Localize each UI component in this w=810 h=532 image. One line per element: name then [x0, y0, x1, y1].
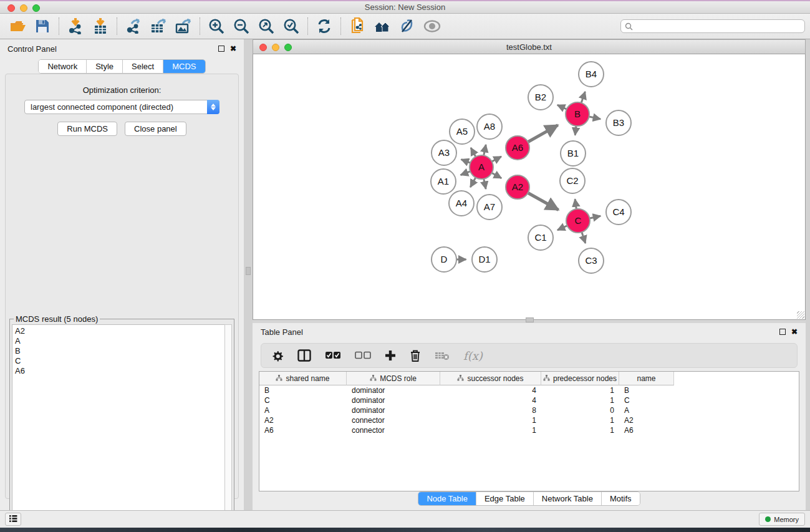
node-label: A8 — [484, 121, 495, 132]
home-button[interactable] — [370, 16, 395, 37]
node-A5[interactable]: A5 — [450, 119, 475, 144]
node-B2[interactable]: B2 — [528, 85, 553, 110]
mcds-result-item[interactable]: A6 — [15, 366, 223, 376]
mcds-result-item[interactable]: B — [15, 346, 223, 356]
float-panel-icon[interactable] — [779, 329, 786, 335]
save-session-button[interactable] — [30, 16, 55, 37]
tab-network-table[interactable]: Network Table — [534, 492, 602, 505]
tab-edge-table[interactable]: Edge Table — [476, 492, 534, 505]
column-header-MCDS-role[interactable]: MCDS role — [347, 372, 440, 385]
node-D[interactable]: D — [432, 247, 456, 272]
minimize-window-button[interactable] — [20, 4, 27, 12]
tab-network[interactable]: Network — [39, 60, 87, 73]
unselect-all-icon[interactable] — [355, 351, 371, 360]
table-row[interactable]: Bdominator41B — [259, 385, 799, 395]
table-cell: 4 — [440, 396, 541, 405]
control-panel-title: Control Panel — [7, 44, 57, 54]
zoom-fit-button[interactable] — [254, 16, 279, 37]
table-row[interactable]: A6connector11A6 — [259, 425, 799, 435]
node-C[interactable]: C — [566, 209, 590, 233]
mcds-result-item[interactable]: A2 — [15, 326, 223, 336]
tab-node-table[interactable]: Node Table — [418, 492, 476, 505]
close-panel-icon[interactable]: ✖ — [230, 46, 236, 52]
trash-icon[interactable] — [410, 349, 421, 362]
criterion-dropdown[interactable]: largest connected component (directed) — [24, 100, 219, 114]
node-B4[interactable]: B4 — [579, 62, 604, 87]
open-session-button[interactable] — [5, 16, 30, 37]
mcds-result-item[interactable]: C — [15, 356, 223, 366]
delete-table-icon[interactable] — [435, 351, 450, 360]
float-panel-icon[interactable] — [218, 46, 224, 52]
import-table-button[interactable] — [88, 16, 113, 37]
zoom-in-button[interactable] — [204, 16, 229, 37]
network-canvas[interactable]: B4B2BB3A5A8A6A3B1AC2A1A2A4A7CC4C1C3DD1 — [253, 54, 806, 320]
export-image-button[interactable] — [171, 16, 196, 37]
table-row[interactable]: Adominator80A — [259, 405, 799, 415]
close-panel-button[interactable]: Close panel — [125, 122, 186, 136]
close-window-button[interactable] — [7, 4, 15, 12]
node-D1[interactable]: D1 — [472, 247, 497, 272]
node-A1[interactable]: A1 — [431, 169, 456, 194]
maximize-window-button[interactable] — [32, 4, 40, 12]
close-window-button[interactable] — [259, 44, 267, 51]
node-B3[interactable]: B3 — [606, 110, 631, 135]
zoom-selected-icon — [283, 18, 299, 34]
node-B1[interactable]: B1 — [561, 141, 586, 166]
node-A3[interactable]: A3 — [432, 140, 456, 165]
search-input[interactable] — [635, 22, 801, 31]
tab-motifs[interactable]: Motifs — [602, 492, 640, 505]
run-mcds-button[interactable]: Run MCDS — [57, 122, 117, 136]
mcds-result-item[interactable]: A — [15, 336, 223, 346]
hide-labels-button[interactable] — [395, 16, 420, 37]
column-icon[interactable] — [297, 349, 311, 362]
export-network-button[interactable] — [121, 16, 146, 37]
close-panel-icon[interactable]: ✖ — [791, 329, 798, 335]
table-row[interactable]: A2connector11A2 — [259, 415, 799, 425]
search-field[interactable] — [620, 19, 805, 33]
node-A8[interactable]: A8 — [477, 114, 502, 139]
node-A[interactable]: A — [470, 155, 493, 179]
export-table-button[interactable] — [146, 16, 171, 37]
node-table[interactable]: shared nameMCDS rolesuccessor nodesprede… — [259, 371, 799, 491]
column-header-predecessor-nodes[interactable]: predecessor nodes — [541, 372, 619, 385]
splitter-handle[interactable] — [526, 317, 534, 322]
task-history-button[interactable] — [5, 513, 21, 526]
memory-button[interactable]: Memory — [759, 513, 805, 526]
node-C4[interactable]: C4 — [606, 200, 631, 225]
node-A2[interactable]: A2 — [506, 175, 529, 199]
table-cell: 8 — [440, 406, 541, 415]
node-C1[interactable]: C1 — [528, 225, 553, 250]
tab-mcds[interactable]: MCDS — [163, 60, 205, 73]
clone-network-button[interactable] — [345, 16, 370, 37]
import-network-button[interactable] — [63, 16, 88, 37]
node-A6[interactable]: A6 — [506, 136, 529, 160]
node-B[interactable]: B — [566, 102, 589, 126]
add-icon[interactable] — [385, 350, 396, 361]
tab-style[interactable]: Style — [87, 60, 123, 73]
select-all-icon[interactable] — [325, 351, 341, 360]
refresh-button[interactable] — [312, 16, 337, 37]
function-builder-button[interactable]: f(x) — [463, 349, 483, 362]
node-A4[interactable]: A4 — [449, 191, 474, 216]
resize-handle[interactable] — [797, 311, 804, 319]
zoom-selected-button[interactable] — [279, 16, 304, 37]
gear-icon[interactable] — [271, 349, 284, 362]
node-A7[interactable]: A7 — [477, 195, 502, 220]
node-C2[interactable]: C2 — [560, 168, 585, 193]
maximize-window-button[interactable] — [284, 44, 292, 51]
column-header-successor-nodes[interactable]: successor nodes — [440, 372, 541, 385]
zoom-out-button[interactable] — [229, 16, 254, 37]
column-header-shared-name[interactable]: shared name — [259, 372, 347, 385]
tab-select[interactable]: Select — [123, 60, 163, 73]
network-window-titlebar[interactable]: testGlobe.txt — [253, 39, 806, 54]
network-graph[interactable]: B4B2BB3A5A8A6A3B1AC2A1A2A4A7CC4C1C3DD1 — [253, 54, 805, 319]
column-header-name[interactable]: name — [619, 372, 674, 385]
minimize-window-button[interactable] — [272, 44, 279, 51]
eye-button[interactable] — [420, 16, 445, 37]
mcds-result-scrollbar[interactable] — [224, 324, 232, 530]
splitter-handle[interactable] — [246, 267, 251, 275]
eye-icon — [423, 20, 441, 32]
node-C3[interactable]: C3 — [579, 248, 604, 273]
table-row[interactable]: Cdominator41C — [259, 395, 799, 405]
mcds-result-list[interactable]: A2ABCA6 — [12, 324, 226, 530]
